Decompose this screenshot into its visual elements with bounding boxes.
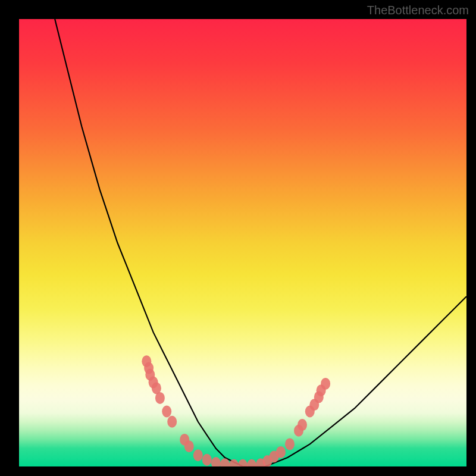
curve-marker-dot	[247, 459, 256, 466]
curve-marker-dot	[167, 416, 177, 428]
curve-marker-dot	[211, 457, 221, 466]
curve-markers	[142, 355, 330, 466]
curve-marker-dot	[193, 449, 203, 461]
bottleneck-curve-path	[55, 19, 466, 466]
curve-marker-dot	[184, 440, 194, 452]
curve-marker-dot	[298, 419, 307, 431]
chart-svg	[19, 19, 466, 466]
curve-marker-dot	[155, 392, 165, 404]
watermark-text: TheBottleneck.com	[367, 4, 469, 17]
curve-marker-dot	[238, 459, 248, 466]
curve-marker-dot	[276, 446, 286, 458]
chart-plot-area	[19, 19, 466, 466]
curve-marker-dot	[202, 454, 212, 466]
bottleneck-curve-line	[55, 19, 466, 466]
curve-marker-dot	[285, 438, 295, 450]
curve-marker-dot	[162, 406, 171, 418]
curve-marker-dot	[321, 378, 330, 390]
